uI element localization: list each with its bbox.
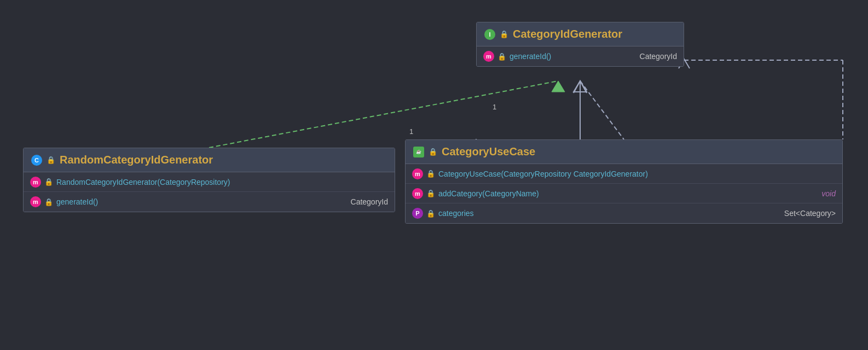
lock-icon: 🔒 <box>44 178 53 186</box>
lock-icon: 🔒 <box>47 156 55 164</box>
method-row: m 🔒 generateId() CategoryId <box>24 192 395 212</box>
method-name: addCategory(CategoryName) <box>438 189 818 198</box>
interface-badge: I <box>484 29 495 40</box>
category-id-generator-header: I 🔒 CategoryIdGenerator <box>477 22 684 46</box>
lock-icon: 🔒 <box>426 170 435 178</box>
method-name: generateId() <box>510 52 636 61</box>
method-badge: m <box>30 177 41 188</box>
lock-icon: 🔒 <box>44 198 53 206</box>
field-row: P 🔒 categories Set<Category> <box>406 203 842 223</box>
constructor-row: m 🔒 CategoryUseCase(CategoryRepository C… <box>406 164 842 184</box>
lock-icon: 🔒 <box>497 52 506 61</box>
method-badge: m <box>30 196 41 207</box>
random-category-id-generator-body: m 🔒 RandomCategoryIdGenerator(CategoryRe… <box>24 172 395 212</box>
random-category-id-generator-class: C 🔒 RandomCategoryIdGenerator m 🔒 Random… <box>23 148 395 212</box>
class-title: CategoryIdGenerator <box>513 28 622 40</box>
method-name: generateId() <box>56 197 348 206</box>
method-badge: m <box>483 51 494 62</box>
java-badge: ☕ <box>413 147 424 158</box>
random-category-id-generator-header: C 🔒 RandomCategoryIdGenerator <box>24 148 395 172</box>
field-type: Set<Category> <box>784 209 836 218</box>
category-use-case-header: ☕ 🔒 CategoryUseCase <box>406 140 842 164</box>
constructor-row: m 🔒 RandomCategoryIdGenerator(CategoryRe… <box>24 172 395 192</box>
class-title: CategoryUseCase <box>442 145 535 158</box>
class-badge: C <box>31 155 42 166</box>
method-return-type: CategoryId <box>640 52 677 61</box>
category-id-generator-body: m 🔒 generateId() CategoryId <box>477 46 684 66</box>
arrow-label-1: 1 <box>493 103 496 111</box>
constructor-name: CategoryUseCase(CategoryRepository Categ… <box>438 170 836 178</box>
property-badge: P <box>412 208 423 219</box>
method-return-type: void <box>821 189 836 198</box>
class-title: RandomCategoryIdGenerator <box>60 154 213 166</box>
method-row: m 🔒 addCategory(CategoryName) void <box>406 184 842 203</box>
method-return-type: CategoryId <box>351 197 388 206</box>
lock-icon: 🔒 <box>500 30 508 38</box>
arrow-label-2: 1 <box>409 127 413 136</box>
method-badge: m <box>412 188 423 199</box>
lock-icon: 🔒 <box>429 148 437 156</box>
constructor-name: RandomCategoryIdGenerator(CategoryReposi… <box>56 178 388 186</box>
method-badge: m <box>412 168 423 179</box>
lock-icon: 🔒 <box>426 209 435 218</box>
lock-icon: 🔒 <box>426 189 435 197</box>
method-row: m 🔒 generateId() CategoryId <box>477 46 684 66</box>
category-use-case-class: ☕ 🔒 CategoryUseCase m 🔒 CategoryUseCase(… <box>405 139 843 224</box>
category-use-case-body: m 🔒 CategoryUseCase(CategoryRepository C… <box>406 164 842 223</box>
field-name: categories <box>438 209 781 218</box>
category-id-generator-class: I 🔒 CategoryIdGenerator m 🔒 generateId()… <box>476 22 684 67</box>
